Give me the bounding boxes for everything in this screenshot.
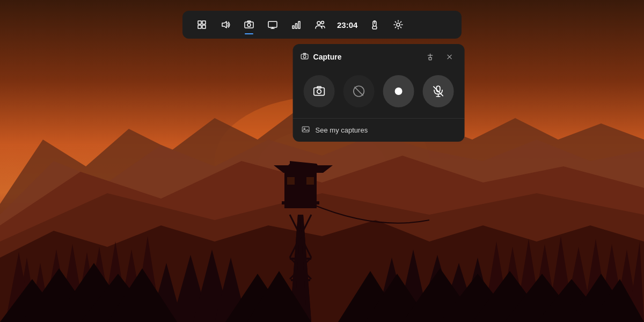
windows-icon <box>196 19 207 30</box>
svg-rect-83 <box>298 21 300 28</box>
taskbar-windows-button[interactable] <box>191 14 213 35</box>
svg-rect-53 <box>306 177 314 185</box>
friends-icon <box>314 19 325 30</box>
taskbar-volume-button[interactable] <box>215 14 236 35</box>
see-captures-button[interactable]: See my captures <box>293 118 465 142</box>
capture-icon-small <box>301 52 309 61</box>
svg-marker-51 <box>274 165 333 173</box>
svg-rect-52 <box>287 177 295 185</box>
display-icon <box>267 19 278 30</box>
taskbar: 23:04 <box>182 11 462 39</box>
svg-rect-72 <box>198 25 201 28</box>
close-icon <box>447 54 453 60</box>
svg-rect-41 <box>291 279 310 281</box>
svg-rect-95 <box>314 88 325 96</box>
capture-taskbar-icon <box>244 19 254 30</box>
capture-panel: Capture <box>293 44 465 142</box>
taskbar-friends-button[interactable] <box>309 14 331 35</box>
taskbar-mouse-button[interactable] <box>364 14 385 35</box>
svg-rect-71 <box>202 21 206 24</box>
no-capture-icon <box>352 84 366 98</box>
settings-icon <box>393 19 404 30</box>
no-capture-button[interactable] <box>343 75 375 107</box>
taskbar-time: 23:04 <box>333 20 362 30</box>
record-button[interactable] <box>383 75 414 107</box>
mic-off-button[interactable] <box>423 75 454 107</box>
gallery-icon <box>302 125 310 135</box>
svg-marker-74 <box>222 21 226 28</box>
taskbar-performance-button[interactable] <box>286 14 307 35</box>
svg-point-90 <box>303 55 306 58</box>
see-captures-label: See my captures <box>316 126 368 134</box>
svg-rect-89 <box>301 54 308 59</box>
record-dot <box>395 87 402 95</box>
gallery-icon-svg <box>302 125 310 134</box>
svg-rect-104 <box>302 127 309 132</box>
taskbar-capture-button[interactable] <box>238 14 260 35</box>
svg-rect-81 <box>292 26 294 28</box>
pin-icon <box>427 53 434 61</box>
svg-rect-73 <box>202 25 206 28</box>
svg-rect-82 <box>296 24 297 28</box>
performance-icon <box>291 19 302 30</box>
svg-point-84 <box>317 21 320 25</box>
close-button[interactable] <box>442 49 457 64</box>
capture-buttons-row <box>293 70 465 118</box>
svg-point-85 <box>321 21 324 24</box>
capture-panel-title: Capture <box>313 53 419 61</box>
screenshot-icon <box>312 84 326 98</box>
svg-point-96 <box>317 90 321 94</box>
svg-rect-78 <box>268 21 277 27</box>
taskbar-display-button[interactable] <box>262 14 283 35</box>
capture-header-icon <box>301 52 309 62</box>
mic-off-icon <box>431 84 445 98</box>
pin-button[interactable] <box>423 49 438 64</box>
volume-icon <box>220 19 231 30</box>
svg-rect-75 <box>245 22 253 28</box>
screenshot-button[interactable] <box>304 75 335 107</box>
svg-rect-49 <box>284 172 317 203</box>
svg-rect-40 <box>290 258 311 260</box>
taskbar-settings-button[interactable] <box>387 14 409 35</box>
capture-panel-header: Capture <box>293 44 465 70</box>
mouse-icon <box>369 19 380 30</box>
svg-line-99 <box>355 87 363 95</box>
svg-rect-70 <box>198 21 201 24</box>
svg-point-88 <box>397 23 400 26</box>
svg-point-76 <box>247 24 251 27</box>
